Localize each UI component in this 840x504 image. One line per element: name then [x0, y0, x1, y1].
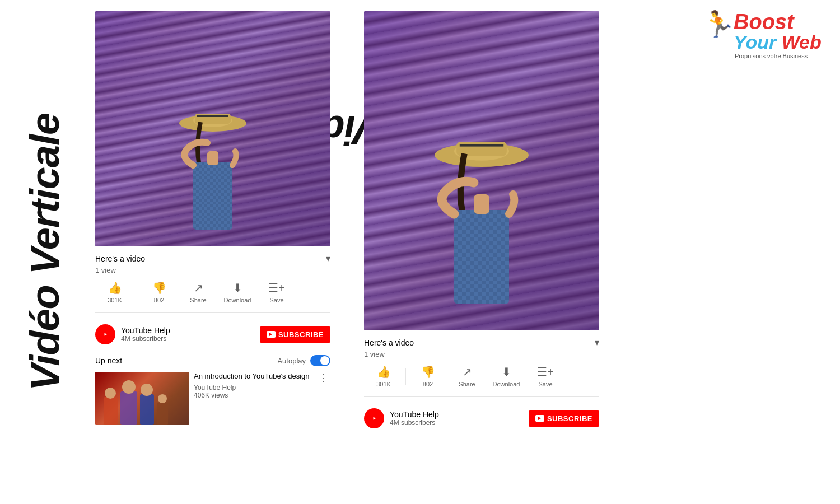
- left-action-buttons: 👍 301K 👎 802 ↗ Share ⬇ Download ☰+: [95, 279, 330, 313]
- vertical-title-text: Vidéo Verticale: [22, 113, 68, 391]
- like-icon: 👍: [108, 281, 122, 295]
- svg-point-14: [141, 384, 153, 396]
- svg-rect-15: [157, 403, 168, 425]
- left-thumbnail[interactable]: [95, 11, 330, 246]
- left-save-button[interactable]: ☰+ Save: [257, 279, 296, 306]
- panels-container: Here's a video ▾ 1 view 👍 301K 👎 802 ↗ S…: [95, 11, 599, 440]
- dislike-icon: 👎: [152, 281, 166, 295]
- left-up-next-section: Up next Autoplay: [95, 349, 330, 431]
- right-channel-subs: 4M subscribers: [390, 419, 439, 427]
- left-autoplay-toggle[interactable]: [310, 355, 330, 366]
- left-share-label: Share: [190, 297, 206, 304]
- left-like-count: 301K: [108, 297, 122, 304]
- svg-rect-23: [474, 194, 489, 214]
- left-yt-triangle: [269, 333, 272, 336]
- logo-boost: Boost: [734, 10, 794, 34]
- left-next-video-channel: YouTube Help: [194, 384, 311, 391]
- left-autoplay-label: Autoplay: [277, 357, 306, 365]
- logo-web: Web: [782, 31, 822, 53]
- left-next-video-row: An introduction to YouTube's design YouT…: [95, 372, 330, 425]
- next-thumb-figures: [101, 375, 179, 425]
- left-next-video-views: 406K views: [194, 391, 311, 399]
- right-person-figure: [403, 90, 560, 330]
- right-subscribe-text: SUBSCRIBE: [547, 414, 592, 423]
- right-channel-left: YouTube Help 4M subscribers: [364, 408, 439, 428]
- svg-rect-6: [207, 151, 218, 165]
- logo-your: Your: [734, 31, 776, 53]
- left-next-thumbnail[interactable]: [95, 372, 189, 425]
- left-channel-text: YouTube Help 4M subscribers: [121, 326, 170, 343]
- right-download-button[interactable]: ⬇ Download: [487, 363, 526, 390]
- right-share-button[interactable]: ↗ Share: [447, 363, 487, 390]
- svg-rect-9: [104, 397, 118, 425]
- logo-text: Boost: [734, 11, 794, 32]
- right-divider-1: [405, 368, 406, 385]
- left-subscribe-button[interactable]: SUBSCRIBE: [260, 326, 330, 343]
- left-more-icon[interactable]: ⋮: [316, 372, 330, 384]
- right-channel-row: YouTube Help 4M subscribers SUBSCRIBE: [364, 404, 599, 433]
- left-up-next-header: Up next Autoplay: [95, 355, 330, 366]
- right-dislike-button[interactable]: 👎 802: [408, 363, 447, 390]
- left-share-button[interactable]: ↗ Share: [179, 279, 218, 306]
- right-channel-icon[interactable]: [364, 408, 384, 428]
- right-view-count: 1 view: [364, 350, 599, 358]
- svg-rect-3: [197, 115, 228, 117]
- left-subscribe-yt-logo: [267, 331, 276, 338]
- left-chevron-icon[interactable]: ▾: [326, 253, 330, 264]
- right-title-row: Here's a video ▾: [364, 337, 599, 348]
- right-share-label: Share: [459, 381, 475, 388]
- left-video-panel: Here's a video ▾ 1 view 👍 301K 👎 802 ↗ S…: [95, 11, 330, 440]
- left-channel-subs: 4M subscribers: [121, 335, 170, 343]
- download-icon: ⬇: [233, 281, 242, 295]
- right-yt-triangle: [538, 417, 541, 420]
- right-chevron-icon[interactable]: ▾: [595, 337, 599, 348]
- right-subscribe-button[interactable]: SUBSCRIBE: [529, 410, 599, 427]
- right-channel-name: YouTube Help: [390, 410, 439, 419]
- svg-point-10: [105, 388, 116, 399]
- left-save-label: Save: [269, 297, 283, 304]
- right-action-buttons: 👍 301K 👎 802 ↗ Share ⬇ Download ☰+: [364, 363, 599, 397]
- right-save-icon: ☰+: [537, 365, 554, 379]
- left-like-button[interactable]: 👍 301K: [95, 279, 134, 306]
- svg-rect-11: [120, 391, 137, 425]
- left-dislike-button[interactable]: 👎 802: [139, 279, 179, 306]
- right-save-button[interactable]: ☰+ Save: [526, 363, 565, 390]
- svg-rect-13: [140, 394, 154, 425]
- right-video-info: Here's a video ▾ 1 view 👍 301K 👎 802 ↗ S…: [364, 330, 599, 440]
- right-download-label: Download: [493, 381, 520, 388]
- left-autoplay-row: Autoplay: [277, 355, 330, 366]
- logo-tagline: Propulsons votre Business: [735, 53, 808, 59]
- save-icon: ☰+: [268, 281, 285, 295]
- svg-point-16: [158, 394, 167, 403]
- left-subscribe-text: SUBSCRIBE: [278, 330, 324, 339]
- right-download-icon: ⬇: [502, 365, 511, 379]
- left-download-label: Download: [224, 297, 251, 304]
- right-dislike-count: 802: [423, 381, 433, 388]
- right-like-count: 301K: [376, 381, 391, 388]
- left-dislike-count: 802: [154, 297, 164, 304]
- logo-area: 🏃 Boost Your Web Propulsons votre Busine…: [706, 11, 829, 78]
- left-download-button[interactable]: ⬇ Download: [218, 279, 257, 306]
- left-next-video-info: An introduction to YouTube's design YouT…: [194, 372, 311, 399]
- left-view-count: 1 view: [95, 266, 330, 274]
- divider-1: [137, 284, 137, 301]
- right-like-icon: 👍: [377, 365, 391, 379]
- person-figure: [157, 78, 269, 246]
- left-video-info: Here's a video ▾ 1 view 👍 301K 👎 802 ↗ S…: [95, 246, 330, 437]
- share-icon: ↗: [194, 281, 203, 295]
- left-title-row: Here's a video ▾: [95, 253, 330, 264]
- left-channel-icon[interactable]: [95, 324, 115, 344]
- right-thumbnail[interactable]: [364, 11, 599, 330]
- right-video-title: Here's a video: [364, 338, 414, 347]
- left-next-video-title: An introduction to YouTube's design: [194, 372, 311, 381]
- right-save-label: Save: [538, 381, 552, 388]
- svg-point-12: [122, 380, 136, 394]
- left-channel-left: YouTube Help 4M subscribers: [95, 324, 170, 344]
- right-subscribe-yt-logo: [535, 415, 544, 422]
- svg-rect-22: [454, 210, 509, 304]
- svg-rect-20: [460, 144, 503, 146]
- right-like-button[interactable]: 👍 301K: [364, 363, 403, 390]
- left-channel-name: YouTube Help: [121, 326, 170, 335]
- right-video-panel: Here's a video ▾ 1 view 👍 301K 👎 802 ↗ S…: [364, 11, 599, 440]
- left-channel-row: YouTube Help 4M subscribers SUBSCRIBE: [95, 320, 330, 349]
